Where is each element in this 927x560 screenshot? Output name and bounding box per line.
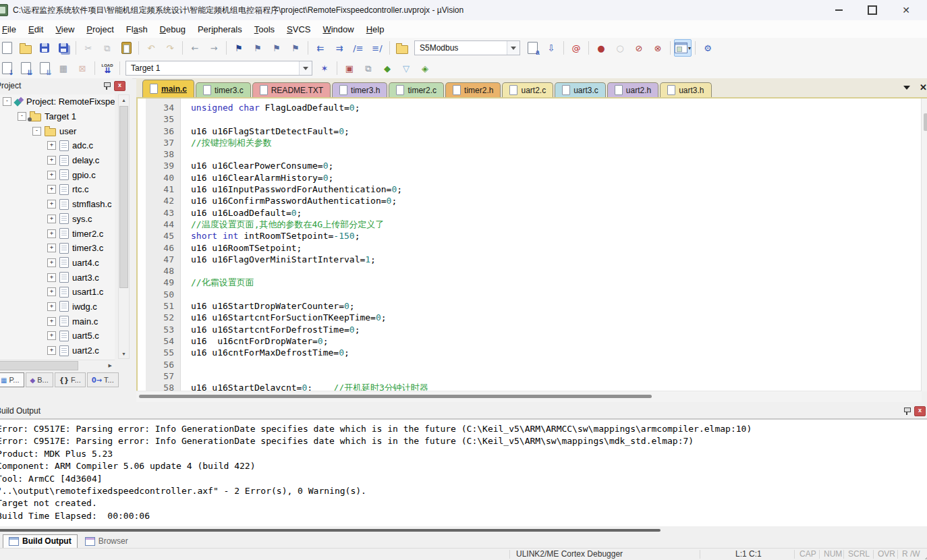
manage-books-button[interactable]: ⧉ <box>360 59 377 77</box>
tree-file-main.c[interactable]: +main.c <box>0 314 115 329</box>
tree-expand-icon[interactable]: + <box>47 317 56 326</box>
tree-expand-icon[interactable]: + <box>47 171 56 179</box>
scroll-down-icon[interactable]: ▼ <box>119 349 129 358</box>
tree-expand-icon[interactable]: + <box>47 331 56 340</box>
tab-uart3.c[interactable]: uart3.c <box>555 82 606 97</box>
tree-expand-icon[interactable]: + <box>47 156 56 165</box>
select-packs-button[interactable]: ▽ <box>397 59 415 77</box>
document-list-dropdown-icon[interactable] <box>903 86 910 90</box>
redo-button[interactable]: ↷ <box>161 39 179 57</box>
configure-tools-button[interactable]: ⚙ <box>699 39 717 57</box>
tree-file-sys.c[interactable]: +sys.c <box>0 212 115 227</box>
tree-file-stmflash.c[interactable]: +stmflash.c <box>0 197 115 212</box>
save-all-button[interactable] <box>55 39 72 57</box>
code-editor[interactable]: 34unsigned char FlagLoadDefault=0;3536u1… <box>136 99 922 391</box>
tree-expand-icon[interactable]: + <box>47 302 56 311</box>
tree-expand-icon[interactable]: + <box>47 346 56 355</box>
panel-tab-b[interactable]: ◆B... <box>26 372 53 387</box>
tab-timer2.h[interactable]: timer2.h <box>445 82 501 97</box>
file-extensions-button[interactable]: ▣ <box>341 59 358 77</box>
cut-button[interactable]: ✂ <box>80 39 97 57</box>
find-in-files-button[interactable] <box>393 39 411 57</box>
tree-expand-icon[interactable]: + <box>47 215 56 223</box>
close-button[interactable]: ✕ <box>889 0 923 20</box>
tree-file-timer3.c[interactable]: +timer3.c <box>0 241 115 256</box>
tree-expand-icon[interactable]: + <box>47 229 56 238</box>
kill-all-breakpoints-button[interactable]: ⊗ <box>649 39 667 57</box>
tree-expand-icon[interactable]: + <box>47 287 56 296</box>
build-output-horizontal-scrollbar[interactable] <box>0 526 927 534</box>
tree-expand-icon[interactable]: + <box>47 141 56 150</box>
uncomment-selection-button[interactable]: ≡/ <box>368 39 386 57</box>
tab-uart2.c[interactable]: uart2.c <box>502 82 553 97</box>
close-document-icon[interactable]: ✕ <box>920 82 927 92</box>
new-file-button[interactable] <box>0 39 16 57</box>
build-output-close-icon[interactable]: x <box>914 406 926 416</box>
tab-uart2.h[interactable]: uart2.h <box>607 82 658 97</box>
menu-help[interactable]: Help <box>360 24 391 34</box>
translate-button[interactable]: ⇣ <box>0 59 16 77</box>
tree-expand-icon[interactable]: - <box>32 127 41 136</box>
tree-file-uart3.c[interactable]: +uart3.c <box>0 270 115 285</box>
tab-timer3.h[interactable]: timer3.h <box>332 82 387 97</box>
runtime-environment-button[interactable]: ◆ <box>378 59 396 77</box>
tree-file-gpio.c[interactable]: +gpio.c <box>0 167 115 182</box>
undo-button[interactable]: ↶ <box>142 39 160 57</box>
project-panel-close-icon[interactable]: x <box>114 81 125 91</box>
indent-right-button[interactable]: ⇉ <box>331 39 348 57</box>
menu-window[interactable]: Window <box>316 24 360 34</box>
tree-file-adc.c[interactable]: +adc.c <box>0 138 115 153</box>
tree-expand-icon[interactable]: - <box>3 97 11 106</box>
tab-timer2.c[interactable]: timer2.c <box>389 82 444 97</box>
window-layout-button-dropdown-icon[interactable]: ▾ <box>688 45 691 51</box>
copy-button[interactable]: ⧉ <box>99 39 116 57</box>
indent-left-button[interactable]: ⇇ <box>312 39 329 57</box>
tree-expand-icon[interactable]: + <box>47 244 56 252</box>
download-button[interactable]: LOAD⇊ <box>99 59 116 77</box>
navigate-back-button[interactable]: ← <box>186 39 204 57</box>
toggle-bookmark-button[interactable]: ⚑ <box>230 39 248 57</box>
scrollbar-thumb[interactable] <box>0 361 78 370</box>
tree-root[interactable]: -Project: RemoteFixspe <box>0 94 115 109</box>
menu-flash[interactable]: Flash <box>120 24 154 34</box>
tree-file-rtc.c[interactable]: +rtc.c <box>0 182 115 197</box>
pin-icon[interactable] <box>103 82 110 90</box>
enable-disable-breakpoint-button[interactable]: ○ <box>611 39 629 57</box>
build-button[interactable]: ⇊ <box>17 59 34 77</box>
toggle-breakpoint-button[interactable]: ● <box>592 39 610 57</box>
tab-uart3.h[interactable]: uart3.h <box>660 82 711 97</box>
menu-peripherals[interactable]: Peripherals <box>192 24 248 34</box>
target-select[interactable]: Target 1 <box>125 61 312 76</box>
scrollbar-thumb[interactable] <box>139 395 652 398</box>
output-tab-browser[interactable]: Browser <box>80 535 134 548</box>
open-file-button[interactable] <box>17 39 34 57</box>
menu-debug[interactable]: Debug <box>154 24 192 34</box>
scroll-right-icon[interactable]: ▶ <box>109 363 115 368</box>
tree-expand-icon[interactable]: + <box>47 185 56 194</box>
paste-button[interactable] <box>117 39 135 57</box>
tree-target-1[interactable]: -Target 1 <box>0 109 115 124</box>
scrollbar-thumb[interactable] <box>0 529 661 532</box>
tree-expand-icon[interactable]: + <box>47 273 56 282</box>
tree-expand-icon[interactable]: - <box>18 112 26 121</box>
previous-bookmark-button[interactable]: ⚑ <box>249 39 266 57</box>
rebuild-all-button[interactable]: ⇊ <box>36 59 53 77</box>
pack-installer-button[interactable]: ◈ <box>416 59 434 77</box>
output-tab-build-output[interactable]: Build Output <box>3 534 78 549</box>
clear-bookmarks-button[interactable]: ⚑ <box>287 39 304 57</box>
menu-svcs[interactable]: SVCS <box>281 24 316 34</box>
menu-view[interactable]: View <box>49 24 80 34</box>
project-tree-horizontal-scrollbar[interactable]: ▶ <box>0 360 115 371</box>
build-output-log[interactable]: Error: C9517E: Parsing error: Info Gener… <box>0 418 927 526</box>
menu-tools[interactable]: Tools <box>248 24 281 34</box>
batch-build-button[interactable]: ▦ <box>55 59 72 77</box>
incremental-find-button[interactable]: a <box>524 39 541 57</box>
tree-file-uart5.c[interactable]: +uart5.c <box>0 329 115 343</box>
panel-tab-t[interactable]: 0→T... <box>87 372 119 387</box>
pin-icon[interactable] <box>903 407 910 415</box>
scroll-up-icon[interactable]: ▲ <box>119 95 129 105</box>
tree-file-uart2.c[interactable]: +uart2.c <box>0 343 115 358</box>
find-next-button[interactable]: ⇩ <box>542 39 560 57</box>
tab-timer3.c[interactable]: timer3.c <box>196 82 251 97</box>
menu-edit[interactable]: Edit <box>22 24 49 34</box>
